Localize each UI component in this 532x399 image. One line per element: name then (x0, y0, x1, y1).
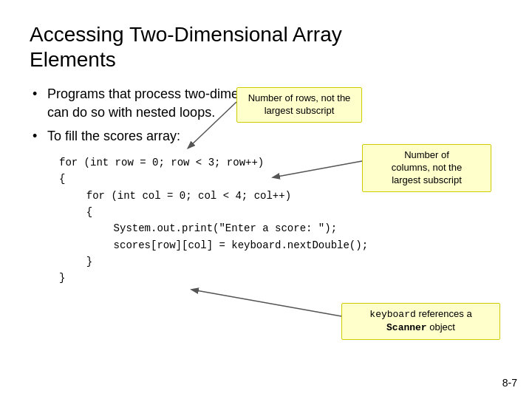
code-line-5: System.out.print("Enter a score: "); (89, 220, 502, 236)
svg-line-3 (192, 290, 341, 316)
code-line-4: { (74, 204, 502, 220)
code-line-6: scores[row][col] = keyboard.nextDouble()… (89, 237, 502, 253)
bullet-2: To fill the scores array: (30, 127, 502, 146)
callout-rows: Number of rows, not thelargest subscript (236, 87, 362, 123)
code-line-7: } (74, 253, 502, 270)
callout-cols-text: Number ofcolumns, not thelargest subscri… (392, 149, 462, 185)
callout-keyboard-text: keyboard references a Scanner object (369, 308, 471, 332)
callout-cols: Number ofcolumns, not thelargest subscri… (362, 144, 491, 192)
slide-title: Accessing Two-Dimensional ArrayElements (30, 22, 502, 72)
callout-keyboard: keyboard references a Scanner object (341, 303, 500, 340)
slide-number: 8-7 (502, 377, 517, 389)
code-line-8: } (59, 270, 502, 286)
slide: Accessing Two-Dimensional ArrayElements … (0, 0, 532, 399)
callout-rows-text: Number of rows, not thelargest subscript (248, 92, 351, 116)
